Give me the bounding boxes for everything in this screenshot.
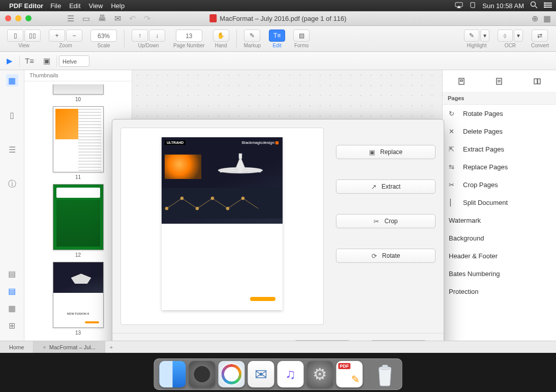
- svg-point-23: [211, 197, 214, 200]
- delete-pages-item[interactable]: ✕Delete Pages: [443, 123, 556, 140]
- image-tool[interactable]: ▣: [39, 54, 54, 68]
- close-tab-icon[interactable]: ×: [43, 344, 46, 350]
- zoom-out-button[interactable]: −: [66, 29, 82, 42]
- minimize-window[interactable]: [15, 15, 21, 21]
- ocr-more-button[interactable]: ▾: [514, 29, 523, 42]
- rail-icon-c[interactable]: ▦: [6, 302, 18, 314]
- clock[interactable]: Sun 10:58 AM: [482, 2, 524, 10]
- text-edit-tool[interactable]: T≡: [22, 54, 37, 68]
- ocr-button[interactable]: ⎀: [498, 29, 513, 42]
- thumbnail-item[interactable]: NEW FUSION 8 13: [53, 262, 104, 336]
- menu-file[interactable]: File: [50, 2, 61, 10]
- thumbnail-item[interactable]: 10: [53, 84, 104, 102]
- launchpad-icon[interactable]: [189, 361, 215, 387]
- rotate-pages-item[interactable]: ↻Rotate Pages: [443, 105, 556, 123]
- zoom-window[interactable]: [25, 15, 32, 21]
- format-bar: ▶ T≡ ▣ Helve: [0, 52, 556, 70]
- info-tab-icon[interactable]: ⓘ: [6, 178, 18, 190]
- delete-pages-icon: ✕: [449, 128, 458, 135]
- markup-label: Markup: [244, 43, 261, 48]
- replace-pages-item[interactable]: ⇆Replace Pages: [443, 158, 556, 176]
- zoom-value[interactable]: 63%: [90, 29, 117, 42]
- menu-icon[interactable]: [544, 2, 552, 10]
- svg-rect-11: [460, 80, 462, 81]
- pages-icon[interactable]: ▭: [82, 14, 90, 23]
- ok-button[interactable]: OK: [370, 340, 426, 341]
- view-single-button[interactable]: ▯: [7, 29, 23, 42]
- page-up-button[interactable]: ↑: [132, 29, 148, 42]
- ocr-label: OCR: [505, 43, 516, 48]
- markup-tool-button[interactable]: ✎: [244, 29, 260, 42]
- safari-icon[interactable]: [219, 361, 245, 387]
- finder-icon[interactable]: [160, 361, 186, 387]
- menu-view[interactable]: View: [89, 2, 103, 10]
- highlight-button[interactable]: ✎: [464, 29, 479, 42]
- thumbnail-item[interactable]: 11: [53, 106, 104, 180]
- close-window[interactable]: [5, 15, 11, 21]
- extract-pages-item[interactable]: ⇱Extract Pages: [443, 140, 556, 158]
- add-tab-button[interactable]: +: [105, 341, 117, 353]
- zoom-label: Zoom: [59, 43, 72, 48]
- convert-label: Convert: [531, 43, 549, 48]
- thumbnail-label: 10: [75, 97, 81, 102]
- extract-button[interactable]: ↗Extract: [336, 179, 436, 194]
- header-footer-item[interactable]: Header & Footer: [443, 247, 556, 265]
- fullscreen-icon[interactable]: ⊕: [532, 14, 538, 23]
- view-double-button[interactable]: ▯▯: [24, 29, 41, 42]
- pages-tab-icon[interactable]: [454, 74, 469, 88]
- pdf-editor-icon[interactable]: [336, 361, 363, 387]
- right-panel: Pages ↻Rotate Pages ✕Delete Pages ⇱Extra…: [442, 70, 556, 341]
- print-icon[interactable]: 🖶: [98, 14, 106, 23]
- home-tab[interactable]: Home: [0, 341, 34, 353]
- highlight-more-button[interactable]: ▾: [480, 29, 489, 42]
- mail-icon[interactable]: ✉: [114, 14, 121, 23]
- convert-button[interactable]: ⇄: [532, 29, 548, 42]
- rail-icon-d[interactable]: ⊞: [6, 319, 18, 331]
- page-number-label: Page Number: [173, 43, 205, 48]
- forms-button[interactable]: ▤: [293, 29, 310, 42]
- panel-icon[interactable]: ▦: [543, 14, 551, 23]
- crop-icon: ✂: [374, 218, 379, 225]
- sidebar-toggle-icon[interactable]: ☰: [67, 14, 74, 23]
- doc-tab-icon[interactable]: [492, 74, 506, 88]
- redo-icon[interactable]: ↷: [144, 14, 150, 23]
- spotlight-icon[interactable]: [530, 1, 538, 10]
- rail-icon-a[interactable]: ▤: [6, 267, 18, 280]
- bates-numbering-item[interactable]: Bates Numbering: [443, 265, 556, 283]
- airplay-icon[interactable]: [455, 2, 463, 10]
- rail-icon-b[interactable]: ▤: [6, 285, 18, 297]
- page-number-input[interactable]: 13: [176, 29, 202, 42]
- crop-pages-item[interactable]: ✂Crop Pages: [443, 176, 556, 194]
- page-down-button[interactable]: ↓: [149, 29, 165, 42]
- svg-rect-15: [534, 79, 537, 84]
- undo-icon[interactable]: ↶: [129, 14, 136, 23]
- menu-help[interactable]: Help: [111, 2, 125, 10]
- mail-app-icon[interactable]: [248, 361, 274, 387]
- itunes-icon[interactable]: [277, 361, 304, 387]
- file-tab[interactable]: ×MacFormat – Jul...: [34, 341, 105, 353]
- background-item[interactable]: Background: [443, 229, 556, 247]
- script-icon[interactable]: [469, 2, 476, 10]
- trash-icon[interactable]: [374, 361, 397, 387]
- select-tool[interactable]: ▶: [2, 54, 17, 68]
- layout-tab-icon[interactable]: [530, 74, 544, 88]
- split-document-item[interactable]: ⎮Split Document: [443, 194, 556, 212]
- app-name[interactable]: PDF Editor: [9, 2, 43, 10]
- watermark-item[interactable]: Watermark: [443, 212, 556, 229]
- rotate-icon: ⟳: [372, 252, 377, 260]
- protection-item[interactable]: Protection: [443, 283, 556, 300]
- rotate-button[interactable]: ⟳Rotate: [336, 249, 436, 263]
- thumbnail-item[interactable]: 12: [53, 184, 104, 258]
- outline-tab-icon[interactable]: ☰: [6, 143, 18, 156]
- crop-button[interactable]: ✂Crop: [336, 214, 436, 228]
- edit-mode-button[interactable]: T≡: [269, 29, 285, 42]
- replace-button[interactable]: ▣Replace: [336, 145, 436, 159]
- bookmarks-tab-icon[interactable]: ▯: [6, 109, 18, 121]
- thumbnails-tab-icon[interactable]: ▦: [6, 74, 18, 86]
- hand-tool-button[interactable]: ✋: [213, 29, 229, 42]
- font-select[interactable]: Helve: [59, 55, 89, 67]
- menu-edit[interactable]: Edit: [69, 2, 80, 10]
- zoom-in-button[interactable]: +: [49, 29, 65, 42]
- cancel-button[interactable]: Cancel: [294, 340, 350, 341]
- system-preferences-icon[interactable]: [307, 361, 333, 387]
